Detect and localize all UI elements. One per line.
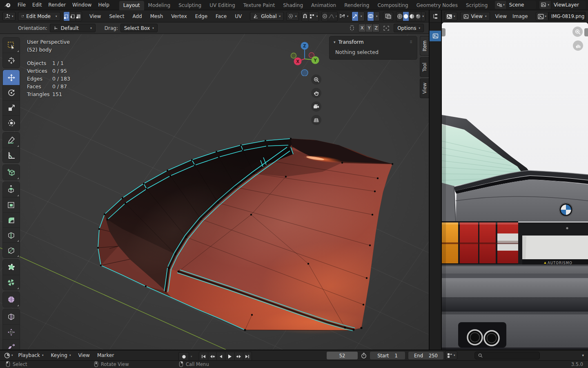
tool-annotate[interactable] [3,132,20,148]
edge-select-mode[interactable] [69,12,76,21]
gizmos-dropdown[interactable]: ▾ [358,12,364,21]
camera-view-button[interactable] [311,101,321,112]
workspace-tab-rendering[interactable]: Rendering [340,1,373,10]
jump-to-start-button[interactable] [199,352,208,361]
current-frame-field[interactable]: 52 [327,352,358,359]
tool-extrude-region[interactable] [3,182,20,197]
axis-neg-z[interactable] [301,70,308,76]
gizmos-toggle[interactable] [352,12,358,21]
zoom-button[interactable] [311,74,321,85]
workspace-tab-animation[interactable]: Animation [307,1,340,10]
editor-type-button[interactable]: ▾ [2,12,16,21]
image-zoom-button[interactable] [572,27,583,37]
tool-loop-cut[interactable] [3,227,20,242]
shading-dropdown[interactable]: ▾ [421,12,425,21]
orientation-dropdown[interactable]: Global▾ [250,12,284,21]
auto-key-toggle[interactable] [178,352,189,361]
viewport-menu-add[interactable]: Add [128,13,146,19]
shading-wireframe[interactable] [396,12,402,21]
tool-shrink-fatten[interactable] [3,324,20,339]
workspace-tab-scripting[interactable]: Scripting [462,1,492,10]
face-select-mode[interactable] [76,12,82,21]
image-editor-type-button[interactable]: ▾ [444,12,457,21]
viewport-menu-face[interactable]: Face [212,13,231,19]
tool-select-box[interactable] [3,38,20,53]
tool-add-cube[interactable] [3,165,20,180]
viewport-menu-edge[interactable]: Edge [191,13,212,19]
tool-scale[interactable] [3,100,20,115]
orientation-select[interactable]: Default▾ [50,24,96,32]
viewport-menu-uv[interactable]: UV [231,13,246,19]
show-gizmo-dropdown[interactable]: ▾ [338,12,350,21]
tool-transform[interactable] [3,115,20,130]
viewport-menu-mesh[interactable]: Mesh [146,13,167,19]
previous-keyframe-button[interactable] [208,352,216,361]
workspace-tab-layout[interactable]: Layout [119,1,144,10]
jump-to-end-button[interactable] [243,352,252,361]
outliner-editor-icon[interactable] [432,13,439,19]
stopwatch-icon[interactable] [361,352,367,359]
pan-button[interactable] [311,88,321,98]
options-dropdown[interactable]: Options▾ [394,24,424,32]
scene-selector[interactable]: ▾ Scene ⇖ ✕ [495,1,536,9]
workspace-tab-compositing[interactable]: Compositing [373,1,412,10]
footer-expand-icon[interactable]: ▾ [582,353,584,357]
axis-toggle-x[interactable]: X [359,24,365,32]
workspace-tab-texture-paint[interactable]: Texture Paint [239,1,279,10]
tool-rotate[interactable] [3,85,20,100]
shading-rendered[interactable] [415,12,421,21]
viewlayer-selector[interactable]: ▾ ViewLayer ✕ [539,1,586,9]
timeline-menu-marker[interactable]: Marker [94,352,118,358]
drag-select[interactable]: Select Box▾ [120,24,158,32]
tool-knife[interactable] [3,242,20,258]
proportional-falloff-button[interactable]: ▾ [327,12,337,21]
viewlayer-name[interactable]: ViewLayer [554,2,579,8]
sidebar-tab-view[interactable]: View [420,79,429,98]
tool-shear[interactable] [3,339,20,350]
image-editor-canvas[interactable]: AUTORISMO [442,22,588,350]
tool-spin[interactable] [3,275,20,290]
outliner-selected-item[interactable] [430,31,441,41]
workspace-tab-sculpting[interactable]: Sculpting [174,1,205,10]
tool-poly-build[interactable] [3,260,20,275]
workspace-tab-modeling[interactable]: Modeling [144,1,175,10]
workspace-tab-uv-editing[interactable]: UV Editing [205,1,239,10]
shading-material[interactable] [409,12,415,21]
mode-dropdown[interactable]: Edit Mode▾ [18,12,60,21]
menu-edit[interactable]: Edit [29,0,45,10]
tool-move[interactable] [3,70,20,85]
scene-icon[interactable]: ▾ [495,1,507,9]
tool-bevel[interactable] [3,212,20,227]
sidebar-tab-item[interactable]: Item [420,36,429,56]
overlays-toggle[interactable] [368,12,374,21]
tool-smooth[interactable] [3,292,20,307]
axis-toggle-y[interactable]: Y [365,24,372,32]
region-handle-right[interactable] [584,28,588,36]
snap-target-button[interactable]: ▾ [308,12,318,21]
snap-toggle[interactable] [302,12,309,21]
search-input[interactable] [474,352,540,359]
xray-toggle[interactable] [383,12,393,21]
axis-toggle-z[interactable]: Z [372,24,379,32]
snap-base-icon[interactable] [383,25,390,31]
sidebar-tab-tool[interactable]: Tool [420,57,429,77]
image-menu-view[interactable]: View [492,13,510,19]
overlays-dropdown[interactable]: ▾ [374,12,380,21]
frame-start-field[interactable]: Start1 [370,352,405,359]
menu-render[interactable]: Render [45,0,69,10]
image-menu-image[interactable]: Image [510,13,531,19]
workspace-tab-shading[interactable]: Shading [279,1,307,10]
play-button[interactable] [225,352,234,361]
axis-neg-y[interactable] [291,53,296,58]
image-datablock-icon[interactable]: ▾ [536,12,549,21]
pivot-point-button[interactable]: ▾ [286,12,299,21]
viewlayer-icon[interactable]: ▾ [539,1,551,9]
menu-window[interactable]: Window [69,0,95,10]
timeline-menu-view[interactable]: View [74,352,93,358]
next-keyframe-button[interactable] [234,352,243,361]
panel-title[interactable]: Transform [339,39,364,45]
drag-handle-icon[interactable]: ⠿ [410,40,413,44]
timeline-menu-keying[interactable]: Keying▾ [47,352,75,358]
workspace-tab-geometry-nodes[interactable]: Geometry Nodes [412,1,462,10]
viewport-menu-select[interactable]: Select [105,13,128,19]
